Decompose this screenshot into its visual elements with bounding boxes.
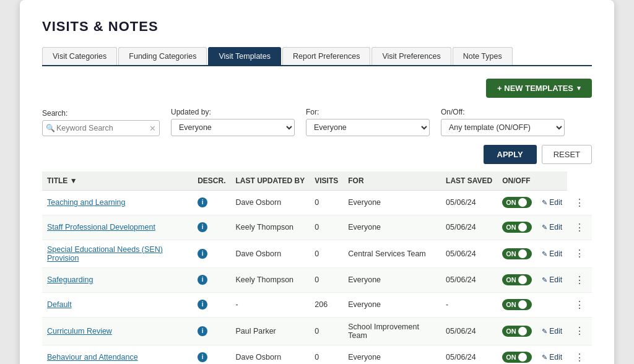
chevron-down-icon: ▾ xyxy=(577,84,581,92)
visits: 206 xyxy=(310,292,343,317)
more-options-button[interactable]: ⋮ xyxy=(572,324,587,338)
table-header: TITLE ▼DESCR.LAST UPDATED BYVISITSFORLAS… xyxy=(42,171,592,191)
tab-note-types[interactable]: Note Types xyxy=(453,47,513,65)
last-saved: 05/06/24 xyxy=(441,191,497,215)
toggle-on[interactable]: ON xyxy=(502,299,532,310)
table-row: Staff Professional DevelopmentiKeely Tho… xyxy=(42,215,592,240)
info-icon[interactable]: i xyxy=(198,275,207,285)
last-updated-by: - xyxy=(230,292,310,317)
visits: 0 xyxy=(310,267,343,292)
edit-link[interactable]: Edit xyxy=(542,249,562,258)
row-title-link[interactable]: Behaviour and Attendance xyxy=(47,353,138,362)
last-saved: 05/06/24 xyxy=(441,317,497,345)
row-title-link[interactable]: Safeguarding xyxy=(47,275,93,284)
new-templates-button[interactable]: + NEW TEMPLATES ▾ xyxy=(486,79,592,98)
visits: 0 xyxy=(310,317,343,345)
last-saved: 05/06/24 xyxy=(441,267,497,292)
last-saved: 05/06/24 xyxy=(441,345,497,364)
for-value: Everyone xyxy=(343,267,441,292)
tab-funding-categories[interactable]: Funding Categories xyxy=(118,47,207,65)
edit-link[interactable]: Edit xyxy=(542,275,562,284)
toggle-on[interactable]: ON xyxy=(502,274,532,285)
reset-button[interactable]: RESET xyxy=(542,145,592,164)
templates-table: TITLE ▼DESCR.LAST UPDATED BYVISITSFORLAS… xyxy=(42,171,592,364)
filters-row: Search: 🔍 ✕ Updated by: EveryoneDave Osb… xyxy=(42,108,592,136)
info-icon[interactable]: i xyxy=(198,222,207,232)
col-header-4: FOR xyxy=(343,171,441,191)
table-row: Teaching and LearningiDave Osborn0Everyo… xyxy=(42,191,592,215)
col-header-6: ON/OFF xyxy=(497,171,537,191)
info-icon[interactable]: i xyxy=(198,300,207,310)
for-select[interactable]: EveryoneCentral Services TeamSchool Impr… xyxy=(306,119,430,136)
search-label: Search: xyxy=(42,109,160,118)
more-options-button[interactable]: ⋮ xyxy=(572,246,587,261)
last-updated-by: Keely Thompson xyxy=(230,267,310,292)
more-options-button[interactable]: ⋮ xyxy=(572,196,587,210)
row-title-link[interactable]: Teaching and Learning xyxy=(47,198,126,207)
edit-link[interactable]: Edit xyxy=(542,198,562,207)
for-value: Central Services Team xyxy=(343,240,441,267)
table-row: Behaviour and AttendanceiDave Osborn0Eve… xyxy=(42,345,592,364)
toggle-on[interactable]: ON xyxy=(502,222,532,233)
tab-bar: Visit CategoriesFunding CategoriesVisit … xyxy=(42,47,592,66)
toggle-on[interactable]: ON xyxy=(502,352,532,363)
for-group: For: EveryoneCentral Services TeamSchool… xyxy=(306,108,430,136)
col-header-0: TITLE ▼ xyxy=(42,171,193,191)
new-templates-label: + NEW TEMPLATES xyxy=(497,84,573,93)
action-row: APPLY RESET xyxy=(42,145,592,164)
more-options-button[interactable]: ⋮ xyxy=(572,298,587,312)
info-icon[interactable]: i xyxy=(198,326,207,336)
edit-link[interactable]: Edit xyxy=(542,327,562,336)
tab-visit-templates[interactable]: Visit Templates xyxy=(208,47,281,65)
more-options-button[interactable]: ⋮ xyxy=(572,220,587,235)
apply-button[interactable]: APPLY xyxy=(484,145,537,164)
row-title-link[interactable]: Special Educational Needs (SEN) Provisio… xyxy=(47,245,163,262)
page-title: VISITS & NOTES xyxy=(42,19,592,35)
for-value: Everyone xyxy=(343,191,441,215)
visits: 0 xyxy=(310,345,343,364)
last-updated-by: Keely Thompson xyxy=(230,215,310,240)
tab-report-preferences[interactable]: Report Preferences xyxy=(282,47,370,65)
search-clear-icon[interactable]: ✕ xyxy=(149,124,156,133)
toggle-on[interactable]: ON xyxy=(502,197,532,208)
tab-visit-categories[interactable]: Visit Categories xyxy=(42,47,117,65)
for-value: Everyone xyxy=(343,345,441,364)
visits: 0 xyxy=(310,240,343,267)
search-wrap: 🔍 ✕ xyxy=(42,120,160,136)
row-title-link[interactable]: Curriculum Review xyxy=(47,327,112,336)
edit-link[interactable]: Edit xyxy=(542,223,562,232)
updated-by-group: Updated by: EveryoneDave OsbornKeely Tho… xyxy=(171,108,295,136)
col-header-3: VISITS xyxy=(310,171,343,191)
col-header-5: LAST SAVED xyxy=(441,171,497,191)
toggle-on[interactable]: ON xyxy=(502,326,532,337)
updated-by-select[interactable]: EveryoneDave OsbornKeely ThompsonPaul Pa… xyxy=(171,119,295,136)
search-input[interactable] xyxy=(42,120,160,136)
last-updated-by: Paul Parker xyxy=(230,317,310,345)
table-row: SafeguardingiKeely Thompson0Everyone05/0… xyxy=(42,267,592,292)
last-saved: - xyxy=(441,292,497,317)
tab-visit-preferences[interactable]: Visit Preferences xyxy=(371,47,451,65)
main-window: VISITS & NOTES Visit CategoriesFunding C… xyxy=(20,0,614,364)
info-icon[interactable]: i xyxy=(198,197,207,207)
last-updated-by: Dave Osborn xyxy=(230,345,310,364)
table-body: Teaching and LearningiDave Osborn0Everyo… xyxy=(42,191,592,365)
table-row: Special Educational Needs (SEN) Provisio… xyxy=(42,240,592,267)
for-value: Everyone xyxy=(343,215,441,240)
row-title-link[interactable]: Staff Professional Development xyxy=(47,223,155,232)
last-saved: 05/06/24 xyxy=(441,215,497,240)
info-icon[interactable]: i xyxy=(198,249,207,259)
table-row: Defaulti-206Everyone-ON⋮ xyxy=(42,292,592,317)
last-saved: 05/06/24 xyxy=(441,240,497,267)
on-off-label: On/Off: xyxy=(441,108,565,116)
for-label: For: xyxy=(306,108,430,116)
more-options-button[interactable]: ⋮ xyxy=(572,273,587,287)
table-row: Curriculum ReviewiPaul Parker0School Imp… xyxy=(42,317,592,345)
info-icon[interactable]: i xyxy=(198,352,207,362)
more-options-button[interactable]: ⋮ xyxy=(572,350,587,365)
edit-link[interactable]: Edit xyxy=(542,353,562,362)
toggle-on[interactable]: ON xyxy=(502,248,532,259)
search-group: Search: 🔍 ✕ xyxy=(42,109,160,136)
on-off-select[interactable]: Any template (ON/OFF)ON onlyOFF only xyxy=(441,119,565,136)
col-header-7 xyxy=(537,171,567,191)
row-title-link[interactable]: Default xyxy=(47,300,72,309)
